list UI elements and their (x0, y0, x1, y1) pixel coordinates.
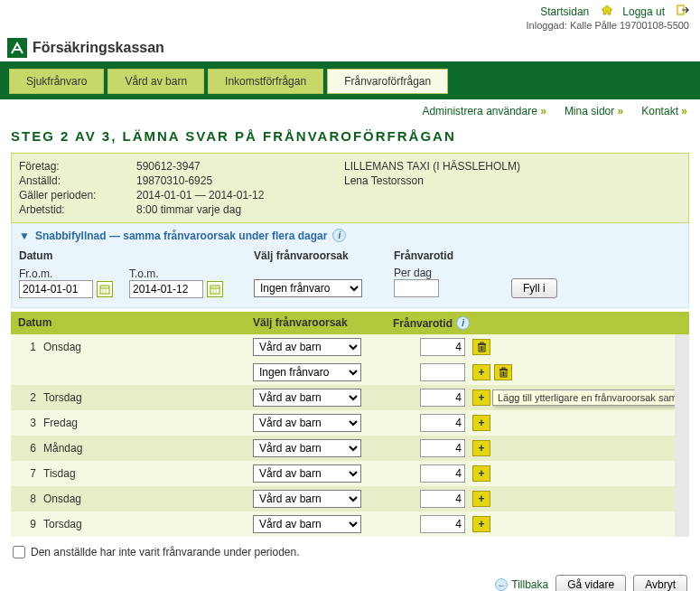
add-row-button[interactable]: + (472, 491, 490, 507)
grid-row: 7Tisdag Vård av barn + (11, 461, 675, 486)
logout-link[interactable]: Logga ut (622, 5, 665, 18)
quick-fill-title: Snabbifyllnad — samma frånvaroorsak unde… (35, 230, 327, 242)
not-absent-checkbox[interactable] (13, 546, 25, 558)
row-number: 2 (18, 391, 43, 404)
grid-header-reason: Välj frånvaroorsak (253, 316, 393, 330)
from-label: Fr.o.m. (19, 267, 52, 280)
row-hours-input[interactable] (420, 338, 465, 356)
not-absent-label: Den anställde har inte varit frånvarande… (31, 546, 300, 558)
home-icon (601, 5, 613, 18)
home-link[interactable]: Startsidan (540, 5, 589, 18)
subnav-contact[interactable]: Kontakt » (641, 105, 687, 117)
info-icon[interactable]: i (332, 229, 346, 242)
from-date-input[interactable] (19, 280, 93, 298)
row-reason-select[interactable]: Vård av barn (253, 414, 361, 432)
grid-row: 6Måndag Vård av barn + (11, 436, 675, 461)
perday-input[interactable] (394, 279, 439, 297)
tab-sjukfranvaro[interactable]: Sjukfrånvaro (9, 69, 104, 94)
add-row-button[interactable]: + (472, 389, 490, 406)
main-tabs: Sjukfrånvaro Vård av barn Inkomstförfråg… (0, 63, 700, 99)
brand-logo-icon (7, 38, 27, 58)
row-number: 9 (18, 518, 43, 530)
back-arrow-icon: ← (495, 578, 508, 591)
row-reason-select[interactable]: Vård av barn (253, 338, 361, 356)
tooltip: Lägg till ytterligare en frånvaroorsak s… (492, 389, 689, 406)
row-day: Torsdag (43, 391, 82, 404)
quick-reason-header: Välj frånvaroorsak (254, 249, 394, 262)
row-hours-input[interactable] (420, 515, 465, 533)
quick-reason-select[interactable]: Ingen frånvaro (254, 279, 362, 297)
row-reason-select[interactable]: Vård av barn (253, 439, 361, 457)
row-day: Onsdag (43, 492, 81, 505)
calendar-icon[interactable] (97, 281, 113, 297)
info-panel: Företag:590612-3947LILLEMANS TAXI (I HÄS… (11, 153, 689, 223)
grid-body: 1Onsdag Vård av barn Ingen frånvaro + 2T… (11, 334, 689, 537)
calendar-icon[interactable] (207, 281, 223, 297)
svg-rect-1 (100, 286, 109, 294)
to-date-input[interactable] (129, 280, 203, 298)
row-number: 7 (18, 467, 43, 480)
logged-in-text: Inloggad: Kalle Pålle 19700108-5500 (0, 20, 700, 34)
add-row-button[interactable]: + (472, 364, 490, 380)
grid-row: 8Onsdag Vård av barn + (11, 486, 675, 511)
row-number: 1 (18, 341, 43, 353)
brand-name: Försäkringskassan (33, 40, 164, 56)
next-button[interactable]: Gå vidare (555, 575, 626, 591)
page-title: Steg 2 av 3, lämna svar på frånvaroförfr… (11, 123, 689, 153)
row-reason-select[interactable]: Vård av barn (253, 464, 361, 483)
tab-franvaroforfragan[interactable]: Frånvaroförfrågan (327, 69, 448, 94)
add-row-button[interactable]: + (472, 516, 490, 532)
back-link[interactable]: ← Tillbaka (495, 578, 548, 591)
grid-header-time: Frånvarotid (393, 317, 453, 330)
row-number: 6 (18, 442, 43, 455)
quick-date-header: Datum (19, 249, 254, 262)
add-row-button[interactable]: + (472, 465, 490, 482)
grid-row: 9Torsdag Vård av barn + (11, 511, 675, 537)
row-reason-select[interactable]: Vård av barn (253, 490, 361, 508)
perday-label: Per dag (394, 267, 511, 279)
row-reason-select[interactable]: Ingen frånvaro (253, 363, 361, 381)
delete-row-button[interactable] (494, 364, 512, 380)
collapse-icon[interactable]: ▼ (19, 230, 30, 242)
svg-rect-11 (481, 342, 483, 344)
fill-button[interactable]: Fyll i (511, 278, 557, 298)
tab-inkomstforfragan[interactable]: Inkomstförfrågan (208, 69, 323, 94)
tab-vard-av-barn[interactable]: Vård av barn (107, 69, 204, 94)
row-day: Onsdag (43, 341, 81, 353)
quick-fill-panel: ▼ Snabbifyllnad — samma frånvaroorsak un… (11, 223, 689, 308)
row-number: 8 (18, 492, 43, 505)
row-reason-select[interactable]: Vård av barn (253, 515, 361, 533)
info-icon[interactable]: i (456, 316, 470, 330)
row-day: Torsdag (43, 518, 82, 530)
row-hours-input[interactable] (420, 389, 465, 407)
grid-row: 2Torsdag Vård av barn +Lägg till ytterli… (11, 385, 675, 410)
row-number: 3 (18, 417, 43, 429)
grid-header-date: Datum (18, 316, 253, 330)
quick-time-header: Frånvarotid (394, 249, 511, 262)
row-hours-input[interactable] (420, 464, 465, 483)
to-label: T.o.m. (129, 267, 159, 280)
add-row-button[interactable]: + (472, 440, 490, 456)
logout-icon (677, 5, 689, 18)
row-hours-input[interactable] (420, 363, 465, 381)
row-reason-select[interactable]: Vård av barn (253, 389, 361, 407)
row-hours-input[interactable] (420, 414, 465, 432)
grid-row: 1Onsdag Vård av barn (11, 334, 675, 360)
add-row-button[interactable]: + (472, 415, 490, 431)
cancel-button[interactable]: Avbryt (633, 575, 687, 591)
svg-rect-5 (210, 286, 219, 294)
svg-rect-17 (502, 368, 505, 370)
grid-row: 3Fredag Vård av barn + (11, 410, 675, 436)
row-day: Tisdag (43, 467, 76, 480)
subnav-admin[interactable]: Administrera användare » (422, 105, 546, 117)
row-day: Fredag (43, 417, 78, 429)
delete-row-button[interactable] (472, 339, 490, 355)
grid-row-extra: Ingen frånvaro + (11, 360, 675, 385)
row-day: Måndag (43, 442, 82, 455)
row-hours-input[interactable] (420, 490, 465, 508)
subnav-mypages[interactable]: Mina sidor » (565, 105, 623, 117)
row-hours-input[interactable] (420, 439, 465, 457)
